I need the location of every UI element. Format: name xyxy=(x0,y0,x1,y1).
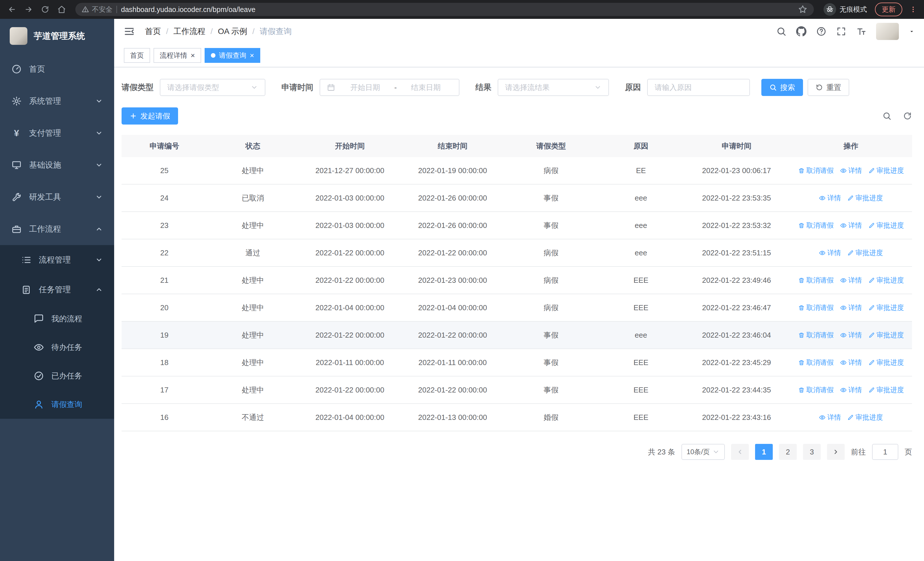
goto-page-input[interactable] xyxy=(872,444,898,460)
sidebar-item-todo-tasks[interactable]: 待办任务 xyxy=(0,333,114,362)
page-button-1[interactable]: 1 xyxy=(755,444,773,460)
avatar[interactable] xyxy=(876,23,899,40)
close-icon[interactable]: × xyxy=(250,52,254,59)
sidebar-item-process-mgmt[interactable]: 流程管理 xyxy=(0,245,114,275)
table-row[interactable]: 25处理中2021-12-27 00:00:002022-01-19 00:00… xyxy=(122,157,912,185)
progress-action[interactable]: 审批进度 xyxy=(868,221,904,230)
detail-action[interactable]: 详情 xyxy=(840,358,862,367)
help-icon[interactable] xyxy=(816,26,826,36)
cancel-leave-action[interactable]: 取消请假 xyxy=(798,358,834,367)
table-row[interactable]: 21处理中2022-01-22 00:00:002022-01-23 00:00… xyxy=(122,267,912,294)
progress-action[interactable]: 审批进度 xyxy=(847,193,883,203)
reload-button[interactable] xyxy=(38,3,52,16)
table-row[interactable]: 17处理中2022-01-22 00:00:002022-01-22 00:00… xyxy=(122,376,912,404)
github-icon[interactable] xyxy=(796,26,806,36)
table-row[interactable]: 24已取消2022-01-03 00:00:002022-01-26 00:00… xyxy=(122,185,912,212)
refresh-table-icon[interactable] xyxy=(903,111,912,120)
cancel-leave-action[interactable]: 取消请假 xyxy=(798,303,834,312)
tab-home[interactable]: 首页 xyxy=(124,48,150,63)
back-button[interactable] xyxy=(5,3,19,16)
detail-action[interactable]: 详情 xyxy=(819,193,841,203)
cell-apply-time: 2022-01-22 23:46:47 xyxy=(684,303,789,312)
breadcrumb-item[interactable]: OA 示例 xyxy=(218,26,248,37)
sidebar-item-home[interactable]: 首页 xyxy=(0,53,114,85)
table-row[interactable]: 19处理中2022-01-22 00:00:002022-01-22 00:00… xyxy=(122,322,912,349)
security-indicator[interactable]: 不安全 xyxy=(82,5,112,14)
detail-action[interactable]: 详情 xyxy=(840,276,862,285)
prev-page-button[interactable] xyxy=(731,444,749,460)
table-row[interactable]: 22通过2022-01-22 00:00:002022-01-22 00:00:… xyxy=(122,239,912,267)
detail-action[interactable]: 详情 xyxy=(840,221,862,230)
table-row[interactable]: 18处理中2022-01-11 00:00:002022-01-11 00:00… xyxy=(122,349,912,376)
caret-down-icon[interactable] xyxy=(909,28,915,35)
progress-action[interactable]: 审批进度 xyxy=(868,276,904,285)
sidebar-item-payment[interactable]: ¥ 支付管理 xyxy=(0,117,114,149)
collapse-sidebar-button[interactable] xyxy=(123,26,135,38)
sidebar-item-task-mgmt[interactable]: 任务管理 xyxy=(0,275,114,304)
sidebar-item-my-process[interactable]: 我的流程 xyxy=(0,304,114,333)
page-size-select[interactable]: 10条/页 xyxy=(681,444,725,460)
tab-leave-query[interactable]: 请假查询 × xyxy=(205,48,260,63)
progress-action[interactable]: 审批进度 xyxy=(868,331,904,340)
cancel-leave-action[interactable]: 取消请假 xyxy=(798,385,834,394)
sidebar-item-devtools[interactable]: 研发工具 xyxy=(0,181,114,213)
search-icon[interactable] xyxy=(776,26,786,36)
leave-type-select[interactable]: 请选择请假类型 xyxy=(160,79,266,96)
cell-leave-type: 病假 xyxy=(504,165,598,176)
progress-action[interactable]: 审批进度 xyxy=(847,248,883,257)
progress-action[interactable]: 审批进度 xyxy=(868,303,904,312)
chevron-down-icon xyxy=(594,84,602,91)
home-button[interactable] xyxy=(55,3,69,16)
table-row[interactable]: 16不通过2022-01-04 00:00:002022-01-13 00:00… xyxy=(122,404,912,431)
fullscreen-icon[interactable] xyxy=(836,26,846,36)
update-button[interactable]: 更新 xyxy=(875,3,902,16)
detail-action[interactable]: 详情 xyxy=(819,248,841,257)
cancel-leave-action[interactable]: 取消请假 xyxy=(798,166,834,175)
sidebar-item-leave-query[interactable]: 请假查询 xyxy=(0,390,114,419)
table-row[interactable]: 23处理中2022-01-03 00:00:002022-01-26 00:00… xyxy=(122,212,912,239)
search-button[interactable]: 搜索 xyxy=(761,79,803,96)
result-select[interactable]: 请选择流结果 xyxy=(498,79,609,96)
cancel-leave-action[interactable]: 取消请假 xyxy=(798,331,834,340)
reset-button[interactable]: 重置 xyxy=(808,79,849,96)
progress-action[interactable]: 审批进度 xyxy=(868,166,904,175)
back-icon xyxy=(8,5,16,14)
sidebar-item-system[interactable]: 系统管理 xyxy=(0,85,114,117)
date-range-picker[interactable]: 开始日期 - 结束日期 xyxy=(320,79,459,96)
sidebar-item-workflow[interactable]: 工作流程 xyxy=(0,213,114,245)
sidebar-item-infra[interactable]: 基础设施 xyxy=(0,149,114,181)
progress-action[interactable]: 审批进度 xyxy=(847,413,883,422)
page-button-2[interactable]: 2 xyxy=(779,444,797,460)
bookmark-star-icon[interactable] xyxy=(798,5,808,14)
logo[interactable]: 芋道管理系统 xyxy=(0,19,114,53)
next-page-button[interactable] xyxy=(827,444,844,460)
pen-icon xyxy=(868,332,875,338)
progress-action[interactable]: 审批进度 xyxy=(868,385,904,394)
detail-action[interactable]: 详情 xyxy=(840,166,862,175)
create-leave-button[interactable]: 发起请假 xyxy=(122,107,178,125)
table-row[interactable]: 20处理中2022-01-04 00:00:002022-01-04 00:00… xyxy=(122,294,912,322)
detail-action[interactable]: 详情 xyxy=(840,331,862,340)
tab-process-detail[interactable]: 流程详情 × xyxy=(153,48,201,63)
close-icon[interactable]: × xyxy=(190,52,195,59)
progress-action[interactable]: 审批进度 xyxy=(868,358,904,367)
detail-action[interactable]: 详情 xyxy=(819,413,841,422)
address-bar[interactable]: 不安全 dashboard.yudao.iocoder.cn/bpm/oa/le… xyxy=(75,3,814,16)
detail-action[interactable]: 详情 xyxy=(840,303,862,312)
cell-apply-time: 2022-01-22 23:53:32 xyxy=(684,221,789,230)
check-circle-icon xyxy=(34,371,44,381)
browser-menu-button[interactable] xyxy=(908,3,919,16)
font-size-icon[interactable] xyxy=(856,26,866,36)
breadcrumb-item[interactable]: 首页 xyxy=(145,26,161,37)
toggle-search-icon[interactable] xyxy=(882,111,891,120)
page-button-3[interactable]: 3 xyxy=(803,444,821,460)
detail-action[interactable]: 详情 xyxy=(840,385,862,394)
breadcrumb-item[interactable]: 工作流程 xyxy=(174,26,206,37)
sidebar-item-done-tasks[interactable]: 已办任务 xyxy=(0,362,114,390)
reason-input[interactable] xyxy=(647,79,750,96)
cell-actions: 取消请假详情审批进度 xyxy=(789,276,913,285)
cancel-leave-action[interactable]: 取消请假 xyxy=(798,221,834,230)
forward-button[interactable] xyxy=(22,3,35,16)
cancel-leave-action[interactable]: 取消请假 xyxy=(798,276,834,285)
url-text[interactable]: dashboard.yudao.iocoder.cn/bpm/oa/leave xyxy=(121,5,794,14)
